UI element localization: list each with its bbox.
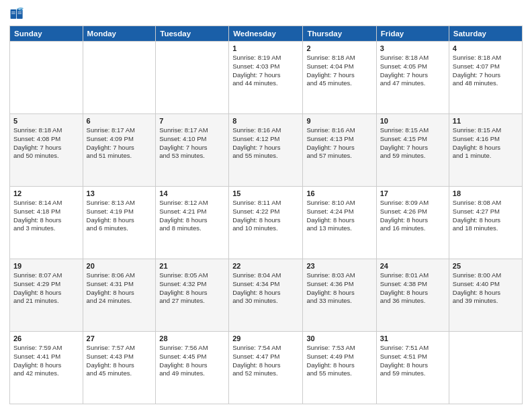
day-number: 28 xyxy=(159,334,225,342)
day-number: 19 xyxy=(13,262,79,270)
day-number: 10 xyxy=(380,117,445,125)
calendar-cell: 20Sunrise: 8:06 AMSunset: 4:31 PMDayligh… xyxy=(83,259,156,332)
calendar-cell: 3Sunrise: 8:18 AMSunset: 4:05 PMDaylight… xyxy=(376,42,449,114)
cell-content: Sunrise: 8:10 AMSunset: 4:24 PMDaylight:… xyxy=(306,199,372,233)
day-number: 9 xyxy=(306,117,372,125)
calendar-cell: 23Sunrise: 8:03 AMSunset: 4:36 PMDayligh… xyxy=(303,259,376,332)
day-number: 11 xyxy=(453,117,519,125)
svg-rect-1 xyxy=(11,9,17,19)
weekday-tuesday: Tuesday xyxy=(156,26,229,42)
calendar-cell: 5Sunrise: 8:18 AMSunset: 4:08 PMDaylight… xyxy=(10,114,83,187)
calendar-cell: 24Sunrise: 8:01 AMSunset: 4:38 PMDayligh… xyxy=(376,259,449,332)
svg-rect-2 xyxy=(17,9,23,19)
cell-content: Sunrise: 8:14 AMSunset: 4:18 PMDaylight:… xyxy=(13,199,79,233)
day-number: 29 xyxy=(232,334,299,342)
calendar-cell: 1Sunrise: 8:19 AMSunset: 4:03 PMDaylight… xyxy=(229,42,303,114)
cell-content: Sunrise: 8:18 AMSunset: 4:04 PMDaylight:… xyxy=(306,54,372,88)
day-number: 3 xyxy=(380,44,445,52)
cell-content: Sunrise: 8:16 AMSunset: 4:12 PMDaylight:… xyxy=(232,126,299,161)
cell-content: Sunrise: 8:04 AMSunset: 4:34 PMDaylight:… xyxy=(232,271,299,306)
calendar-cell: 22Sunrise: 8:04 AMSunset: 4:34 PMDayligh… xyxy=(229,259,303,332)
day-number: 4 xyxy=(453,44,519,52)
weekday-thursday: Thursday xyxy=(303,26,376,42)
day-number: 2 xyxy=(306,44,372,52)
week-row-2: 5Sunrise: 8:18 AMSunset: 4:08 PMDaylight… xyxy=(10,114,523,187)
calendar-cell: 11Sunrise: 8:15 AMSunset: 4:16 PMDayligh… xyxy=(449,114,522,187)
calendar-cell: 15Sunrise: 8:11 AMSunset: 4:22 PMDayligh… xyxy=(229,187,303,259)
calendar-cell xyxy=(83,42,156,114)
day-number: 13 xyxy=(87,189,152,197)
cell-content: Sunrise: 7:59 AMSunset: 4:41 PMDaylight:… xyxy=(13,344,79,378)
calendar-body: 1Sunrise: 8:19 AMSunset: 4:03 PMDaylight… xyxy=(10,42,523,404)
day-number: 18 xyxy=(453,189,519,197)
calendar-cell: 27Sunrise: 7:57 AMSunset: 4:43 PMDayligh… xyxy=(83,332,156,404)
day-number: 16 xyxy=(306,189,372,197)
cell-content: Sunrise: 8:03 AMSunset: 4:36 PMDaylight:… xyxy=(306,271,372,306)
cell-content: Sunrise: 8:15 AMSunset: 4:16 PMDaylight:… xyxy=(453,126,519,161)
cell-content: Sunrise: 8:07 AMSunset: 4:29 PMDaylight:… xyxy=(13,271,79,306)
day-number: 12 xyxy=(13,189,79,197)
cell-content: Sunrise: 8:05 AMSunset: 4:32 PMDaylight:… xyxy=(159,271,225,306)
cell-content: Sunrise: 8:11 AMSunset: 4:22 PMDaylight:… xyxy=(232,199,299,233)
cell-content: Sunrise: 8:09 AMSunset: 4:26 PMDaylight:… xyxy=(380,199,445,233)
cell-content: Sunrise: 8:18 AMSunset: 4:05 PMDaylight:… xyxy=(380,54,445,88)
weekday-monday: Monday xyxy=(83,26,156,42)
weekday-saturday: Saturday xyxy=(449,26,522,42)
calendar: SundayMondayTuesdayWednesdayThursdayFrid… xyxy=(9,26,523,404)
cell-content: Sunrise: 7:51 AMSunset: 4:51 PMDaylight:… xyxy=(380,344,445,378)
week-row-5: 26Sunrise: 7:59 AMSunset: 4:41 PMDayligh… xyxy=(10,332,523,404)
week-row-3: 12Sunrise: 8:14 AMSunset: 4:18 PMDayligh… xyxy=(10,187,523,259)
calendar-cell: 29Sunrise: 7:54 AMSunset: 4:47 PMDayligh… xyxy=(229,332,303,404)
day-number: 7 xyxy=(159,117,225,125)
calendar-cell xyxy=(156,42,229,114)
day-number: 25 xyxy=(453,262,519,270)
calendar-cell: 19Sunrise: 8:07 AMSunset: 4:29 PMDayligh… xyxy=(10,259,83,332)
day-number: 24 xyxy=(380,262,445,270)
cell-content: Sunrise: 8:12 AMSunset: 4:21 PMDaylight:… xyxy=(159,199,225,233)
cell-content: Sunrise: 8:16 AMSunset: 4:13 PMDaylight:… xyxy=(306,126,372,161)
calendar-cell: 21Sunrise: 8:05 AMSunset: 4:32 PMDayligh… xyxy=(156,259,229,332)
day-number: 30 xyxy=(306,334,372,342)
day-number: 27 xyxy=(87,334,152,342)
cell-content: Sunrise: 7:57 AMSunset: 4:43 PMDaylight:… xyxy=(87,344,152,378)
calendar-cell: 17Sunrise: 8:09 AMSunset: 4:26 PMDayligh… xyxy=(376,187,449,259)
weekday-friday: Friday xyxy=(376,26,449,42)
page: SundayMondayTuesdayWednesdayThursdayFrid… xyxy=(0,0,532,411)
calendar-cell: 13Sunrise: 8:13 AMSunset: 4:19 PMDayligh… xyxy=(83,187,156,259)
calendar-cell: 9Sunrise: 8:16 AMSunset: 4:13 PMDaylight… xyxy=(303,114,376,187)
week-row-4: 19Sunrise: 8:07 AMSunset: 4:29 PMDayligh… xyxy=(10,259,523,332)
calendar-cell: 25Sunrise: 8:00 AMSunset: 4:40 PMDayligh… xyxy=(449,259,522,332)
day-number: 21 xyxy=(159,262,225,270)
weekday-sunday: Sunday xyxy=(10,26,83,42)
cell-content: Sunrise: 8:00 AMSunset: 4:40 PMDaylight:… xyxy=(453,271,519,306)
calendar-cell: 14Sunrise: 8:12 AMSunset: 4:21 PMDayligh… xyxy=(156,187,229,259)
calendar-cell: 30Sunrise: 7:53 AMSunset: 4:49 PMDayligh… xyxy=(303,332,376,404)
cell-content: Sunrise: 7:53 AMSunset: 4:49 PMDaylight:… xyxy=(306,344,372,378)
calendar-cell: 4Sunrise: 8:18 AMSunset: 4:07 PMDaylight… xyxy=(449,42,522,114)
calendar-cell: 8Sunrise: 8:16 AMSunset: 4:12 PMDaylight… xyxy=(229,114,303,187)
cell-content: Sunrise: 8:17 AMSunset: 4:09 PMDaylight:… xyxy=(87,126,152,161)
calendar-cell: 12Sunrise: 8:14 AMSunset: 4:18 PMDayligh… xyxy=(10,187,83,259)
cell-content: Sunrise: 8:15 AMSunset: 4:15 PMDaylight:… xyxy=(380,126,445,161)
cell-content: Sunrise: 7:56 AMSunset: 4:45 PMDaylight:… xyxy=(159,344,225,378)
cell-content: Sunrise: 8:18 AMSunset: 4:08 PMDaylight:… xyxy=(13,126,79,161)
calendar-cell: 31Sunrise: 7:51 AMSunset: 4:51 PMDayligh… xyxy=(376,332,449,404)
cell-content: Sunrise: 8:01 AMSunset: 4:38 PMDaylight:… xyxy=(380,271,445,306)
calendar-cell: 18Sunrise: 8:08 AMSunset: 4:27 PMDayligh… xyxy=(449,187,522,259)
calendar-cell: 10Sunrise: 8:15 AMSunset: 4:15 PMDayligh… xyxy=(376,114,449,187)
logo-icon xyxy=(9,7,24,21)
cell-content: Sunrise: 8:18 AMSunset: 4:07 PMDaylight:… xyxy=(453,54,519,88)
day-number: 14 xyxy=(159,189,225,197)
cell-content: Sunrise: 7:54 AMSunset: 4:47 PMDaylight:… xyxy=(232,344,299,378)
day-number: 8 xyxy=(232,117,299,125)
cell-content: Sunrise: 8:17 AMSunset: 4:10 PMDaylight:… xyxy=(159,126,225,161)
day-number: 5 xyxy=(13,117,79,125)
calendar-cell: 2Sunrise: 8:18 AMSunset: 4:04 PMDaylight… xyxy=(303,42,376,114)
day-number: 1 xyxy=(232,44,299,52)
cell-content: Sunrise: 8:19 AMSunset: 4:03 PMDaylight:… xyxy=(232,54,299,88)
calendar-cell xyxy=(449,332,522,404)
calendar-cell: 28Sunrise: 7:56 AMSunset: 4:45 PMDayligh… xyxy=(156,332,229,404)
calendar-cell xyxy=(10,42,83,114)
day-number: 22 xyxy=(232,262,299,270)
logo xyxy=(9,7,27,21)
